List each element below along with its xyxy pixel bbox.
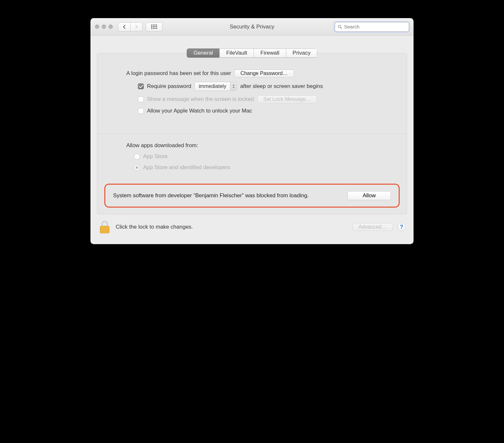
apple-watch-unlock-checkbox[interactable] bbox=[138, 108, 144, 114]
general-panel: A login password has been set for this u… bbox=[97, 53, 407, 214]
tab-privacy[interactable]: Privacy bbox=[286, 49, 318, 58]
chevron-left-icon bbox=[123, 25, 126, 29]
grid-icon bbox=[151, 25, 157, 29]
tab-firewall[interactable]: Firewall bbox=[254, 49, 286, 58]
show-lock-message-checkbox[interactable] bbox=[138, 96, 144, 102]
apps-appstore-label: App Store bbox=[143, 153, 168, 160]
divider bbox=[97, 134, 407, 134]
search-input[interactable] bbox=[344, 24, 406, 29]
apps-identified-label: App Store and identified developers bbox=[143, 164, 230, 171]
apps-appstore-radio bbox=[134, 154, 140, 159]
search-icon bbox=[338, 25, 342, 29]
require-password-delay-select[interactable]: immediately ▲▼ bbox=[194, 82, 237, 91]
lock-hint-text: Click the lock to make changes. bbox=[116, 224, 193, 230]
content: General FileVault Firewall Privacy A log… bbox=[90, 49, 414, 244]
show-lock-message-label: Show a message when the screen is locked bbox=[147, 96, 254, 103]
lock-icon[interactable] bbox=[98, 220, 111, 234]
minimize-window-icon[interactable] bbox=[102, 25, 106, 29]
tab-bar: General FileVault Firewall Privacy bbox=[90, 49, 414, 58]
require-password-delay-value: immediately bbox=[195, 83, 230, 89]
close-window-icon[interactable] bbox=[95, 25, 99, 29]
blocked-software-text: System software from developer “Benjamin… bbox=[113, 192, 338, 200]
require-password-prefix: Require password bbox=[147, 83, 191, 90]
tab-filevault[interactable]: FileVault bbox=[219, 49, 254, 58]
apple-watch-unlock-label: Allow your Apple Watch to unlock your Ma… bbox=[147, 108, 252, 114]
apps-identified-radio bbox=[134, 165, 140, 170]
select-stepper-icon: ▲▼ bbox=[230, 82, 236, 91]
svg-line-1 bbox=[341, 27, 342, 29]
require-password-checkbox[interactable] bbox=[138, 83, 144, 89]
back-button[interactable] bbox=[118, 22, 130, 31]
titlebar: Security & Privacy bbox=[90, 18, 414, 36]
footer: Click the lock to make changes. Advanced… bbox=[90, 214, 414, 241]
change-password-button[interactable]: Change Password… bbox=[234, 70, 294, 77]
allow-button[interactable]: Allow bbox=[347, 191, 391, 200]
zoom-window-icon[interactable] bbox=[109, 25, 113, 29]
traffic-lights bbox=[95, 25, 113, 29]
require-password-suffix: after sleep or screen saver begins bbox=[240, 83, 323, 90]
set-lock-message-button: Set Lock Message… bbox=[257, 95, 317, 103]
nav-buttons bbox=[118, 22, 142, 31]
help-button[interactable]: ? bbox=[397, 223, 406, 231]
search-field[interactable] bbox=[335, 22, 409, 32]
window-title: Security & Privacy bbox=[230, 24, 274, 30]
show-all-button[interactable] bbox=[146, 22, 163, 31]
chevron-right-icon bbox=[135, 25, 138, 29]
advanced-button: Advanced… bbox=[352, 223, 393, 231]
tab-general[interactable]: General bbox=[187, 49, 219, 58]
login-password-label: A login password has been set for this u… bbox=[126, 70, 231, 77]
preferences-window: Security & Privacy General FileVault Fir… bbox=[90, 18, 414, 244]
blocked-software-callout: System software from developer “Benjamin… bbox=[104, 184, 400, 208]
allow-apps-label: Allow apps downloaded from: bbox=[126, 142, 394, 149]
forward-button[interactable] bbox=[130, 22, 142, 31]
